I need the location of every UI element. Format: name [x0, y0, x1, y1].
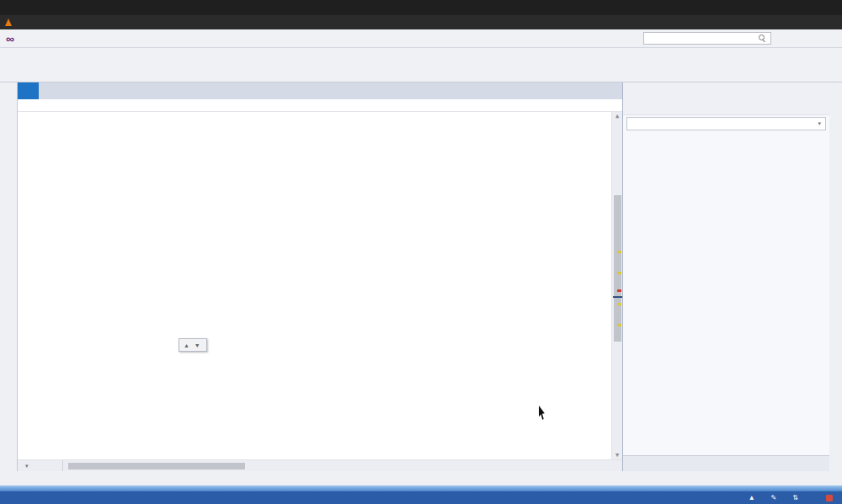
hscrollbar-thumb[interactable]: [68, 463, 245, 470]
vlc-menubar: [0, 15, 842, 29]
zoom-control[interactable]: ▾: [18, 460, 63, 471]
solution-explorer-search-input[interactable]: ▾: [626, 117, 826, 130]
tab-startup-cs[interactable]: [18, 82, 39, 99]
git-unpushed-commits[interactable]: ▲: [749, 494, 758, 501]
navigation-bar: [18, 99, 622, 112]
solution-explorer-panel: ▾: [622, 82, 829, 471]
vlc-seekbar[interactable]: [0, 485, 842, 491]
vs-menubar: [0, 48, 842, 62]
modified-mark: [617, 303, 621, 305]
explorer-bottom-tabs: [623, 455, 829, 471]
main-area: ▲ ▼ ▾: [0, 82, 842, 471]
left-tool-strip: [0, 82, 17, 471]
quick-launch-input[interactable]: [643, 32, 771, 45]
screen: ∞: [0, 0, 842, 504]
error-mark: [617, 289, 621, 292]
scroll-up-icon[interactable]: ▲: [612, 113, 622, 119]
scroll-down-icon[interactable]: ▼: [612, 452, 622, 459]
arrow-up-icon: ▲: [749, 494, 755, 501]
overload-up-icon[interactable]: ▲: [184, 342, 189, 348]
visual-studio-logo-icon: ∞: [6, 33, 14, 45]
status-bar: ▲ ✎ ⇅: [0, 491, 842, 504]
chevron-down-icon: ▾: [25, 463, 29, 470]
vlc-titlebar[interactable]: [0, 0, 842, 15]
modified-mark: [617, 324, 621, 326]
git-uncommitted-changes[interactable]: ✎: [771, 494, 780, 501]
modified-mark: [617, 272, 621, 274]
caret-position-mark: [613, 296, 622, 298]
signature-help-tooltip: ▲ ▼: [179, 338, 207, 352]
chevron-down-icon: ▾: [818, 120, 821, 127]
vertical-scrollbar[interactable]: ▲ ▼: [611, 112, 622, 459]
vlc-cone-icon: [5, 19, 12, 26]
modified-mark: [617, 251, 621, 253]
status-clip: [826, 495, 835, 501]
solution-explorer-toolbar: [623, 98, 829, 115]
solution-explorer-header[interactable]: [623, 82, 829, 98]
document-tab-row: [18, 82, 622, 99]
vs-toolbar: [0, 62, 842, 82]
right-tool-strip: [829, 82, 842, 471]
bottom-tool-tabs: [0, 471, 842, 485]
code-editor[interactable]: ▲ ▼: [18, 112, 622, 459]
vs-titlebar[interactable]: ∞: [0, 29, 842, 48]
solution-tree: [623, 132, 829, 455]
scrollbar-thumb[interactable]: [614, 195, 621, 341]
pencil-icon: ✎: [771, 494, 777, 501]
clip-badge-icon: [826, 495, 833, 501]
search-icon: [759, 34, 766, 42]
overload-down-icon[interactable]: ▼: [195, 342, 200, 348]
publish-icon: ⇅: [792, 494, 798, 501]
vlc-seekbar-fill: [0, 485, 842, 491]
titlebar-right: [636, 32, 836, 45]
status-repository[interactable]: ⇅: [792, 494, 801, 501]
editor-column: ▲ ▼ ▾: [17, 82, 622, 471]
horizontal-scrollbar-row: ▾: [18, 459, 622, 471]
